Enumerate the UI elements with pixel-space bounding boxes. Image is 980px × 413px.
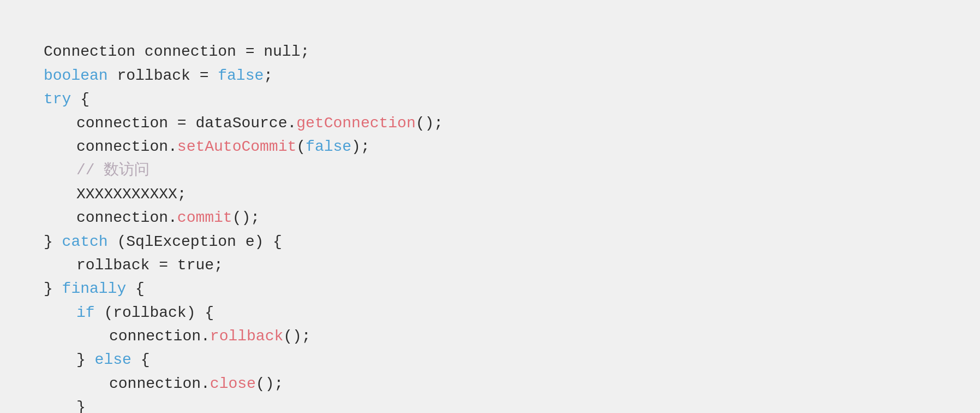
code-line: } catch (SqlException e) { xyxy=(44,230,980,253)
code-token: ); xyxy=(351,138,370,155)
code-line: connection.close(); xyxy=(44,372,980,396)
code-token: (); xyxy=(256,375,283,392)
code-line: boolean rollback = false; xyxy=(44,64,980,87)
code-block: Connection connection = null;boolean rol… xyxy=(44,16,980,413)
code-line: connection.rollback(); xyxy=(44,324,980,348)
code-token: finally xyxy=(62,280,127,297)
code-token: getConnection xyxy=(296,115,415,132)
code-token: // 数访问 xyxy=(76,162,150,179)
code-token: } xyxy=(76,399,86,413)
code-token: catch xyxy=(62,233,108,250)
code-token: connection. xyxy=(76,138,177,155)
code-token: false xyxy=(218,67,264,84)
code-token: } xyxy=(76,351,95,368)
code-token: else xyxy=(95,351,132,368)
code-token: setAutoCommit xyxy=(177,138,296,155)
code-line: } xyxy=(44,396,980,413)
code-token: connection. xyxy=(76,209,177,226)
code-token: rollback = true; xyxy=(76,257,223,274)
code-token: boolean xyxy=(44,67,108,84)
code-token: connection. xyxy=(109,375,210,392)
code-line: connection.setAutoCommit(false); xyxy=(44,135,980,158)
code-line: } else { xyxy=(44,348,980,371)
code-token: Connection connection = null; xyxy=(44,43,309,60)
code-token: if xyxy=(76,304,95,321)
code-token: (SqlException e) { xyxy=(108,233,282,250)
code-token: rollback xyxy=(210,328,283,345)
code-line: } finally { xyxy=(44,277,980,300)
code-token: connection. xyxy=(109,328,210,345)
code-token: false xyxy=(306,138,351,155)
code-token: } xyxy=(44,280,62,297)
code-line: rollback = true; xyxy=(44,253,980,277)
code-token: rollback = xyxy=(108,67,218,84)
code-line: connection = dataSource.getConnection(); xyxy=(44,111,980,135)
code-token: { xyxy=(126,280,145,297)
code-token: try xyxy=(44,91,71,108)
code-token: (); xyxy=(232,209,260,226)
code-token: XXXXXXXXXXX; xyxy=(76,186,187,203)
code-token: connection = dataSource. xyxy=(76,115,296,132)
code-token: (); xyxy=(283,328,310,345)
code-line: XXXXXXXXXXX; xyxy=(44,182,980,206)
code-token: ( xyxy=(296,138,306,155)
code-token: commit xyxy=(177,209,232,226)
code-token: ; xyxy=(264,67,273,84)
code-line: if (rollback) { xyxy=(44,301,980,324)
code-line: // 数访问 xyxy=(44,158,980,182)
code-token: (rollback) { xyxy=(95,304,214,321)
code-line: Connection connection = null; xyxy=(44,40,980,63)
code-line: connection.commit(); xyxy=(44,206,980,229)
code-token: close xyxy=(210,375,256,392)
code-line: try { xyxy=(44,87,980,111)
code-token: } xyxy=(44,233,62,250)
code-token: { xyxy=(132,351,150,368)
code-token: { xyxy=(71,91,89,108)
code-token: (); xyxy=(416,115,443,132)
